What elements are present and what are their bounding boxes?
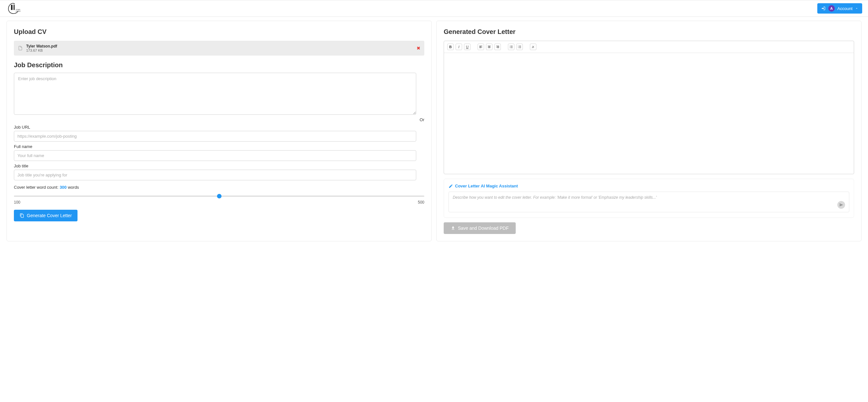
editor: B I U 123 bbox=[444, 41, 854, 174]
logo[interactable]: COVER LETTER bbox=[6, 1, 21, 16]
svg-point-5 bbox=[510, 46, 510, 46]
assistant-input[interactable] bbox=[453, 195, 834, 209]
align-right-button[interactable] bbox=[494, 44, 501, 50]
svg-point-9 bbox=[510, 48, 510, 48]
upload-cv-heading: Upload CV bbox=[14, 28, 424, 35]
word-count-slider[interactable] bbox=[14, 196, 424, 197]
svg-rect-14 bbox=[519, 47, 521, 47]
word-count-label: Cover letter word count: 300 words bbox=[14, 185, 424, 190]
generate-label: Generate Cover Letter bbox=[27, 213, 72, 218]
top-bar: COVER LETTER A Account bbox=[0, 0, 868, 17]
account-button[interactable]: A Account bbox=[817, 3, 862, 13]
file-name: Tyler Watson.pdf bbox=[26, 44, 57, 49]
clear-format-button[interactable] bbox=[530, 44, 536, 50]
slider-max: 500 bbox=[418, 200, 424, 205]
svg-rect-0 bbox=[11, 5, 12, 10]
svg-text:LETTER: LETTER bbox=[16, 10, 20, 12]
bullet-list-button[interactable] bbox=[508, 44, 515, 50]
svg-point-7 bbox=[510, 47, 510, 47]
job-description-heading: Job Description bbox=[14, 61, 424, 69]
document-icon bbox=[20, 213, 24, 218]
svg-rect-8 bbox=[511, 47, 513, 47]
assistant-title: Cover Letter AI Magic Assistant bbox=[448, 183, 849, 189]
download-icon bbox=[451, 226, 455, 230]
svg-text:3: 3 bbox=[518, 47, 519, 49]
assistant-input-wrap bbox=[448, 192, 849, 212]
generated-heading: Generated Cover Letter bbox=[444, 28, 854, 35]
italic-button[interactable]: I bbox=[456, 44, 462, 50]
job-url-input[interactable] bbox=[14, 131, 416, 142]
editor-body[interactable] bbox=[444, 53, 854, 174]
svg-rect-6 bbox=[511, 46, 513, 46]
align-left-button[interactable] bbox=[477, 44, 484, 50]
right-panel: Generated Cover Letter B I U 123 C bbox=[436, 21, 862, 241]
svg-rect-10 bbox=[511, 48, 513, 48]
save-download-label: Save and Download PDF bbox=[458, 226, 508, 231]
job-url-label: Job URL bbox=[14, 125, 424, 130]
job-title-label: Job title bbox=[14, 164, 424, 168]
assistant-box: Cover Letter AI Magic Assistant bbox=[444, 179, 854, 218]
full-name-label: Full name bbox=[14, 144, 424, 149]
pencil-icon bbox=[448, 184, 453, 189]
full-name-input[interactable] bbox=[14, 150, 416, 161]
bold-button[interactable]: B bbox=[447, 44, 454, 50]
svg-rect-1 bbox=[13, 5, 14, 10]
file-info: Tyler Watson.pdf 173.67 KB bbox=[26, 44, 57, 52]
main-content: Upload CV Tyler Watson.pdf 173.67 KB ✖ J… bbox=[0, 17, 868, 245]
file-size: 173.67 KB bbox=[26, 49, 57, 52]
align-center-button[interactable] bbox=[486, 44, 492, 50]
word-count-value: 300 bbox=[60, 185, 67, 190]
remove-file-button[interactable]: ✖ bbox=[416, 46, 421, 51]
save-download-button[interactable]: Save and Download PDF bbox=[444, 222, 516, 234]
job-title-input[interactable] bbox=[14, 170, 416, 180]
logo-icon: COVER LETTER bbox=[6, 1, 21, 16]
sign-in-icon bbox=[821, 6, 826, 11]
send-icon bbox=[839, 203, 843, 207]
editor-toolbar: B I U 123 bbox=[444, 41, 854, 53]
assistant-send-button[interactable] bbox=[837, 201, 845, 209]
svg-rect-16 bbox=[519, 48, 521, 48]
avatar: A bbox=[828, 5, 835, 11]
svg-point-2 bbox=[13, 3, 14, 4]
numbered-list-button[interactable]: 123 bbox=[516, 44, 523, 50]
left-panel: Upload CV Tyler Watson.pdf 173.67 KB ✖ J… bbox=[6, 21, 432, 241]
underline-button[interactable]: U bbox=[464, 44, 470, 50]
slider-min: 100 bbox=[14, 200, 20, 205]
chevron-down-icon bbox=[855, 7, 858, 10]
account-label: Account bbox=[837, 6, 852, 11]
file-icon bbox=[18, 45, 23, 51]
uploaded-file-chip: Tyler Watson.pdf 173.67 KB ✖ bbox=[14, 41, 424, 56]
generate-button[interactable]: Generate Cover Letter bbox=[14, 210, 78, 221]
svg-rect-12 bbox=[519, 46, 521, 46]
job-description-input[interactable] bbox=[14, 73, 416, 115]
or-divider: Or bbox=[14, 117, 424, 122]
